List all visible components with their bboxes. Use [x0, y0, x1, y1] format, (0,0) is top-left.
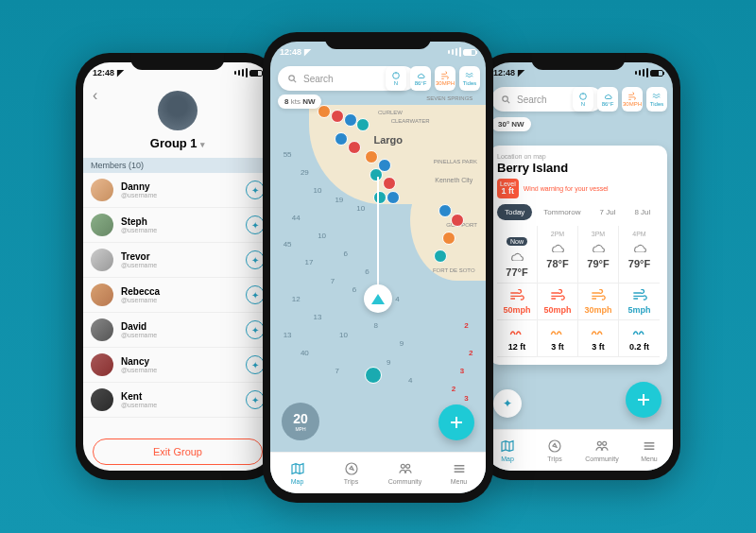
- member-row[interactable]: Steph@username✦: [83, 208, 272, 243]
- avatar: [91, 388, 113, 411]
- city-label: FORT DE SOTO: [433, 267, 475, 273]
- svg-point-9: [289, 75, 295, 80]
- tides-chip[interactable]: Tides: [646, 87, 667, 112]
- forecast-grid: Now77°F 2PM78°F 3PM79°F 4PM79°F 50mph 50…: [497, 226, 660, 357]
- members-list[interactable]: Danny@username✦ Steph@username✦ Trevor@u…: [83, 173, 272, 433]
- weather-card: Location on map Berry Island Level1 ft W…: [490, 146, 667, 365]
- wind-chip[interactable]: 30MPH: [622, 87, 643, 112]
- tab-day4[interactable]: 8 Jul: [627, 204, 658, 220]
- city-label: CLEARWATER: [391, 118, 430, 124]
- locate-icon[interactable]: ✦: [246, 390, 265, 409]
- compass-button[interactable]: ✦: [493, 389, 522, 418]
- svg-point-3: [549, 440, 560, 452]
- member-row[interactable]: Rebecca@username✦: [83, 278, 272, 313]
- member-row[interactable]: Kent@username✦: [83, 383, 272, 418]
- weather-chip[interactable]: 86°F: [597, 87, 618, 112]
- city-label: CURLEW: [378, 110, 403, 115]
- locate-icon[interactable]: ✦: [246, 215, 265, 234]
- compass-chip[interactable]: N: [386, 66, 406, 91]
- day-tabs[interactable]: Today Tommorow 7 Jul 8 Jul: [497, 204, 660, 220]
- member-row[interactable]: Nancy@username✦: [83, 348, 272, 383]
- tab-community[interactable]: Community: [378, 453, 432, 493]
- city-label: Kenneth City: [435, 177, 472, 183]
- tab-menu[interactable]: Menu: [432, 453, 486, 493]
- svg-point-14: [405, 464, 409, 468]
- back-button[interactable]: ‹: [93, 87, 97, 104]
- avatar: [91, 214, 113, 236]
- search-icon: [501, 95, 511, 105]
- svg-point-13: [401, 464, 404, 468]
- member-row[interactable]: Trevor@username✦: [83, 243, 272, 278]
- avatar: [91, 284, 113, 306]
- speed-indicator: 20MPH: [282, 403, 319, 440]
- locate-icon[interactable]: ✦: [246, 250, 265, 269]
- phone-weather: 12:48 ◤ Search N 86°F 30MPH Tides 30° NW…: [476, 53, 680, 480]
- avatar: [91, 353, 113, 376]
- tabbar: Map Trips Community Menu: [484, 429, 673, 471]
- wind-direction-badge: 30° NW: [491, 117, 531, 131]
- member-row[interactable]: David@username✦: [83, 313, 272, 348]
- svg-point-4: [597, 441, 601, 445]
- tab-map[interactable]: Map: [270, 453, 324, 493]
- add-button[interactable]: [626, 382, 662, 418]
- tab-tomorrow[interactable]: Tommorow: [536, 204, 588, 220]
- warning-badge: Level1 ft: [497, 179, 519, 198]
- city-label: SEVEN SPRINGS: [426, 95, 472, 101]
- location-name: Berry Island: [497, 161, 660, 175]
- add-button[interactable]: [438, 404, 474, 440]
- compass-chip[interactable]: N: [573, 87, 593, 112]
- svg-line-1: [507, 100, 509, 102]
- city-label-largo: Largo: [373, 134, 403, 146]
- svg-point-12: [346, 463, 357, 474]
- search-icon: [287, 74, 298, 84]
- tab-trips[interactable]: Trips: [324, 453, 378, 493]
- tab-menu[interactable]: Menu: [626, 430, 673, 471]
- tab-community[interactable]: Community: [578, 430, 626, 471]
- avatar: [91, 249, 113, 271]
- wind-badge: 8 kts NW: [278, 95, 321, 109]
- group-title: Group 1 ▾: [83, 136, 272, 150]
- tabbar: Map Trips Community Menu: [270, 452, 486, 493]
- weather-chip[interactable]: 86°F: [410, 66, 431, 91]
- member-row[interactable]: Danny@username✦: [83, 173, 272, 208]
- avatar: [91, 179, 113, 201]
- vessel-marker[interactable]: [364, 284, 392, 313]
- locate-icon[interactable]: ✦: [246, 355, 265, 374]
- city-label: PINELLAS PARK: [434, 159, 477, 164]
- members-header: Members (10): [83, 158, 272, 173]
- locate-icon[interactable]: ✦: [246, 285, 265, 304]
- svg-line-10: [294, 79, 296, 81]
- svg-point-0: [503, 95, 508, 101]
- group-avatar[interactable]: [158, 91, 198, 130]
- location-label: Location on map: [497, 153, 660, 160]
- tab-today[interactable]: Today: [497, 204, 532, 220]
- svg-point-5: [603, 441, 607, 445]
- phone-map: SEVEN SPRINGS Largo CURLEW CLEARWATER PI…: [263, 32, 493, 503]
- avatar: [91, 318, 113, 341]
- locate-icon[interactable]: ✦: [246, 181, 265, 199]
- tab-day3[interactable]: 7 Jul: [592, 204, 623, 220]
- phone-group: 12:48 ◤ ‹ Group 1 ▾ Members (10) Danny@u…: [76, 53, 280, 480]
- wind-chip[interactable]: 30MPH: [435, 66, 455, 91]
- locate-icon[interactable]: ✦: [246, 320, 265, 339]
- warning-text: Wind warning for your vessel: [524, 185, 609, 193]
- exit-group-button[interactable]: Exit Group: [93, 438, 263, 465]
- tab-trips[interactable]: Trips: [531, 430, 578, 471]
- tides-chip[interactable]: Tides: [459, 66, 480, 91]
